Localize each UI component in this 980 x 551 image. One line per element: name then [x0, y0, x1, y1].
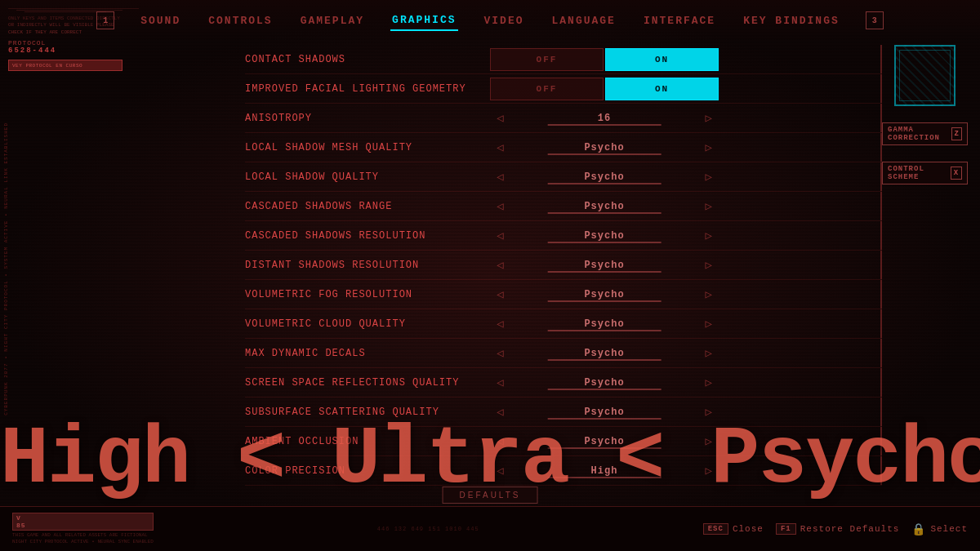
- toggle-on-contact-shadows[interactable]: ON: [605, 48, 719, 71]
- slider-left-vol-cloud[interactable]: ◁: [490, 317, 510, 331]
- slider-right-cascade-range[interactable]: ▷: [699, 199, 719, 213]
- toggle-contact-shadows[interactable]: OFF ON: [490, 48, 719, 71]
- nav-language[interactable]: LANGUAGE: [550, 11, 617, 30]
- vsep-12: [880, 368, 882, 397]
- slider-left-distant-shadows[interactable]: ◁: [490, 258, 510, 272]
- slider-bar-distant-shadows: [548, 271, 662, 273]
- slider-left-vol-fog[interactable]: ◁: [490, 287, 510, 301]
- gamma-correction-button[interactable]: GAMMA CORRECTION Z: [882, 122, 968, 145]
- close-label: Close: [733, 524, 764, 534]
- slider-vol-fog[interactable]: ◁ Psycho ▷: [490, 283, 719, 306]
- toggle-off-facial[interactable]: OFF: [490, 78, 604, 100]
- nav-video[interactable]: VIDEO: [483, 11, 526, 30]
- setting-label-shadow-mesh: Local Shadow Mesh Quality: [245, 142, 490, 153]
- vsep-9: [880, 280, 882, 309]
- setting-color-precision: Color Precision ◁ High ▷: [245, 456, 882, 486]
- slider-decals[interactable]: ◁ Psycho ▷: [490, 342, 719, 365]
- setting-label-ao: Ambient Occlusion: [245, 436, 490, 447]
- slider-left-ssr[interactable]: ◁: [490, 375, 510, 389]
- nav-key-bindings[interactable]: KEY BINDINGS: [742, 11, 841, 30]
- setting-facial-lighting: Improved Facial Lighting Geometry OFF ON: [245, 74, 882, 104]
- action-select[interactable]: 🔒 Select: [911, 522, 968, 536]
- action-restore-defaults[interactable]: F1 Restore Defaults: [776, 523, 899, 535]
- slider-right-ao[interactable]: ▷: [699, 434, 719, 448]
- nav-sound[interactable]: SOUND: [139, 11, 182, 30]
- slider-ao[interactable]: ◁ Psycho ▷: [490, 430, 719, 453]
- slider-bar-shadow-quality: [548, 183, 662, 184]
- setting-distant-shadows: Distant Shadows Resolution ◁ Psycho ▷: [245, 251, 882, 280]
- action-close[interactable]: ESC Close: [703, 523, 764, 535]
- slider-right-distant-shadows[interactable]: ▷: [699, 258, 719, 272]
- toggle-facial-lighting[interactable]: OFF ON: [490, 78, 719, 100]
- slider-right-sss[interactable]: ▷: [699, 405, 719, 419]
- slider-bar-ssr: [548, 389, 662, 390]
- slider-sss[interactable]: ◁ Psycho ▷: [490, 401, 719, 424]
- vsep-8: [880, 251, 882, 279]
- slider-value-anisotropy: 16: [510, 113, 698, 124]
- slider-anisotropy[interactable]: ◁ 16 ▷: [490, 107, 719, 130]
- slider-value-cascade-range: Psycho: [510, 201, 698, 212]
- f1-key: F1: [776, 523, 796, 535]
- slider-right-anisotropy[interactable]: ▷: [699, 111, 719, 125]
- nav-controls[interactable]: CONTROLS: [207, 11, 274, 30]
- vsep-13: [880, 398, 882, 426]
- top-navigation: 1 SOUND CONTROLS GAMEPLAY GRAPHICS VIDEO…: [0, 0, 980, 41]
- slider-right-shadow-mesh[interactable]: ▷: [699, 140, 719, 154]
- setting-vol-fog: Volumetric Fog Resolution ◁ Psycho ▷: [245, 280, 882, 309]
- setting-label-distant-shadows: Distant Shadows Resolution: [245, 260, 490, 271]
- slider-shadow-mesh[interactable]: ◁ Psycho ▷: [490, 136, 719, 159]
- restore-defaults-label: Restore Defaults: [800, 524, 900, 534]
- setting-sss: Subsurface Scattering Quality ◁ Psycho ▷: [245, 398, 882, 427]
- slider-bar-anisotropy: [548, 124, 662, 126]
- slider-right-decals[interactable]: ▷: [699, 346, 719, 360]
- control-scheme-button[interactable]: CONTROL SCHEME X: [882, 162, 968, 184]
- defaults-area: DEFAULTS: [443, 487, 538, 504]
- vsep-11: [880, 339, 882, 367]
- slider-distant-shadows[interactable]: ◁ Psycho ▷: [490, 254, 719, 277]
- preview-thumbnail: [894, 45, 956, 106]
- vsep-14: [880, 427, 882, 455]
- slider-right-cascade-res[interactable]: ▷: [699, 229, 719, 242]
- slider-color-precision[interactable]: ◁ High ▷: [490, 460, 719, 482]
- setting-label-color-precision: Color Precision: [245, 465, 490, 477]
- toggle-off-contact-shadows[interactable]: OFF: [490, 48, 604, 71]
- slider-left-decals[interactable]: ◁: [490, 346, 510, 360]
- nav-gameplay[interactable]: GAMEPLAY: [299, 11, 366, 30]
- hud-status-bar: VEY PROTOCOL EN CURSO: [8, 60, 122, 71]
- toggle-on-facial[interactable]: ON: [605, 78, 719, 100]
- setting-label-sss: Subsurface Scattering Quality: [245, 407, 490, 418]
- slider-right-color-precision[interactable]: ▷: [699, 464, 719, 478]
- nav-interface[interactable]: INTERFACE: [642, 11, 717, 30]
- slider-right-vol-fog[interactable]: ▷: [699, 287, 719, 301]
- esc-key: ESC: [703, 523, 728, 535]
- slider-ssr[interactable]: ◁ Psycho ▷: [490, 371, 719, 394]
- slider-right-vol-cloud[interactable]: ▷: [699, 317, 719, 331]
- slider-value-vol-fog: Psycho: [510, 289, 698, 300]
- select-label: Select: [930, 524, 968, 534]
- gamma-correction-label: GAMMA CORRECTION: [888, 126, 951, 142]
- slider-cascade-res[interactable]: ◁ Psycho ▷: [490, 224, 719, 247]
- control-scheme-label: CONTROL SCHEME: [888, 165, 951, 181]
- slider-shadow-quality[interactable]: ◁ Psycho ▷: [490, 166, 719, 189]
- slider-right-ssr[interactable]: ▷: [699, 375, 719, 389]
- slider-cascade-range[interactable]: ◁ Psycho ▷: [490, 195, 719, 218]
- slider-value-shadow-quality: Psycho: [510, 171, 698, 183]
- slider-left-anisotropy[interactable]: ◁: [490, 111, 510, 125]
- slider-right-shadow-quality[interactable]: ▷: [699, 170, 719, 184]
- slider-left-shadow-quality[interactable]: ◁: [490, 170, 510, 184]
- settings-list: Contact Shadows OFF ON Improved Facial L…: [245, 45, 882, 486]
- vsep-6: [880, 192, 882, 220]
- slider-left-cascade-res[interactable]: ◁: [490, 229, 510, 242]
- slider-left-cascade-range[interactable]: ◁: [490, 199, 510, 213]
- slider-left-color-precision[interactable]: ◁: [490, 464, 510, 478]
- defaults-button[interactable]: DEFAULTS: [443, 487, 538, 504]
- nav-graphics[interactable]: GRAPHICS: [390, 11, 457, 31]
- slider-left-shadow-mesh[interactable]: ◁: [490, 140, 510, 154]
- slider-left-ao[interactable]: ◁: [490, 434, 510, 448]
- slider-value-color-precision: High: [510, 465, 698, 477]
- slider-left-sss[interactable]: ◁: [490, 405, 510, 419]
- setting-label-shadow-quality: Local Shadow Quality: [245, 171, 490, 183]
- setting-label-facial-lighting: Improved Facial Lighting Geometry: [245, 83, 490, 95]
- slider-vol-cloud[interactable]: ◁ Psycho ▷: [490, 313, 719, 335]
- nav-badge-left: 1: [96, 11, 114, 29]
